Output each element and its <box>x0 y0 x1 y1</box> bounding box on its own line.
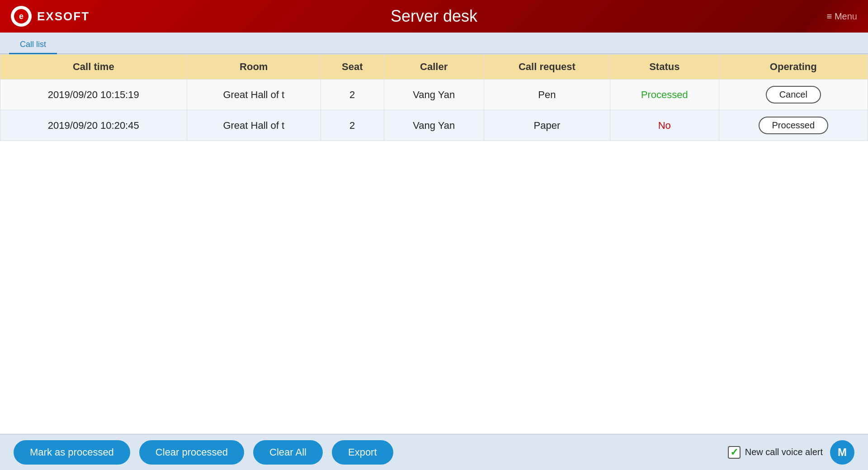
export-button[interactable]: Export <box>332 440 393 465</box>
brand-name: EXSOFT <box>37 9 90 24</box>
col-seat: Seat <box>321 55 384 80</box>
status-badge: Processed <box>641 89 688 100</box>
tab-call-list[interactable]: Call list <box>9 36 57 54</box>
voice-alert-area: ✓ New call voice alert <box>728 446 823 459</box>
call-list-table: Call time Room Seat Caller Call request … <box>0 54 868 141</box>
col-call-time: Call time <box>0 55 187 80</box>
cancel-operation-button[interactable]: Cancel <box>766 86 821 103</box>
user-avatar-button[interactable]: M <box>830 440 854 465</box>
cell-status: No <box>610 110 719 141</box>
processed-operation-button[interactable]: Processed <box>759 117 829 134</box>
page-title: Server desk <box>391 7 477 26</box>
cell-call-request: Paper <box>484 110 610 141</box>
col-caller: Caller <box>384 55 484 80</box>
cell-call-request: Pen <box>484 80 610 110</box>
logo-area: e EXSOFT <box>11 6 90 27</box>
cell-caller: Vang Yan <box>384 80 484 110</box>
menu-label: ≡ Menu <box>827 11 857 22</box>
menu-button[interactable]: ≡ Menu <box>827 11 857 22</box>
app-header: e EXSOFT Server desk ≡ Menu <box>0 0 868 33</box>
bottom-bar: Mark as processed Clear processed Clear … <box>0 434 868 470</box>
cell-operation: Cancel <box>719 80 868 110</box>
checkmark-icon: ✓ <box>730 446 738 458</box>
clear-processed-button[interactable]: Clear processed <box>139 440 244 465</box>
cell-status: Processed <box>610 80 719 110</box>
table-row: 2019/09/20 10:15:19Great Hall of t2Vang … <box>0 80 868 110</box>
tab-bar: Call list <box>0 33 868 54</box>
avatar-letter: M <box>838 446 847 459</box>
cell-call-time: 2019/09/20 10:20:45 <box>0 110 187 141</box>
cell-room: Great Hall of t <box>187 110 321 141</box>
cell-room: Great Hall of t <box>187 80 321 110</box>
col-call-request: Call request <box>484 55 610 80</box>
logo-letter: e <box>19 12 24 21</box>
voice-alert-checkbox[interactable]: ✓ <box>728 446 741 459</box>
cell-call-time: 2019/09/20 10:15:19 <box>0 80 187 110</box>
logo-circle: e <box>11 6 32 27</box>
main-content: Call time Room Seat Caller Call request … <box>0 54 868 434</box>
col-room: Room <box>187 55 321 80</box>
table-row: 2019/09/20 10:20:45Great Hall of t2Vang … <box>0 110 868 141</box>
cell-caller: Vang Yan <box>384 110 484 141</box>
cell-seat: 2 <box>321 110 384 141</box>
voice-alert-label: New call voice alert <box>745 447 823 457</box>
clear-all-button[interactable]: Clear All <box>253 440 323 465</box>
logo-inner: e <box>14 9 28 24</box>
cell-seat: 2 <box>321 80 384 110</box>
cell-operation: Processed <box>719 110 868 141</box>
mark-as-processed-button[interactable]: Mark as processed <box>14 440 130 465</box>
table-header-row: Call time Room Seat Caller Call request … <box>0 55 868 80</box>
status-badge: No <box>658 120 671 131</box>
bottom-right-area: ✓ New call voice alert M <box>728 440 854 465</box>
col-operating: Operating <box>719 55 868 80</box>
col-status: Status <box>610 55 719 80</box>
